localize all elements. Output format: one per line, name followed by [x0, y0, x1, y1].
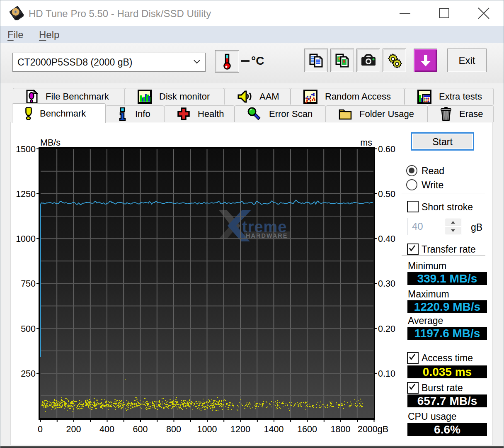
svg-text:0.20: 0.20	[378, 324, 395, 334]
svg-text:1200: 1200	[230, 424, 250, 434]
svg-text:0.60: 0.60	[378, 144, 395, 154]
svg-text:0.40: 0.40	[378, 234, 395, 244]
svg-text:1800: 1800	[331, 424, 351, 434]
svg-text:1500: 1500	[16, 144, 36, 154]
svg-text:200: 200	[66, 424, 81, 434]
svg-text:0.30: 0.30	[378, 279, 395, 289]
svg-text:250: 250	[21, 369, 36, 379]
svg-text:1000: 1000	[197, 424, 217, 434]
svg-text:500: 500	[21, 324, 36, 334]
svg-text:400: 400	[99, 424, 114, 434]
svg-text:1600: 1600	[297, 424, 317, 434]
svg-text:ms: ms	[360, 138, 372, 148]
svg-text:0: 0	[38, 424, 43, 434]
svg-text:1000: 1000	[16, 234, 36, 244]
svg-text:0.50: 0.50	[378, 189, 395, 199]
svg-text:750: 750	[21, 279, 36, 289]
svg-text:0.10: 0.10	[378, 369, 395, 379]
svg-text:1400: 1400	[264, 424, 284, 434]
svg-text:600: 600	[133, 424, 148, 434]
svg-text:MB/s: MB/s	[40, 138, 61, 148]
svg-text:1250: 1250	[16, 189, 36, 199]
svg-text:2000gB: 2000gB	[358, 424, 388, 434]
svg-text:HARDWARE: HARDWARE	[246, 232, 288, 239]
svg-text:800: 800	[166, 424, 181, 434]
